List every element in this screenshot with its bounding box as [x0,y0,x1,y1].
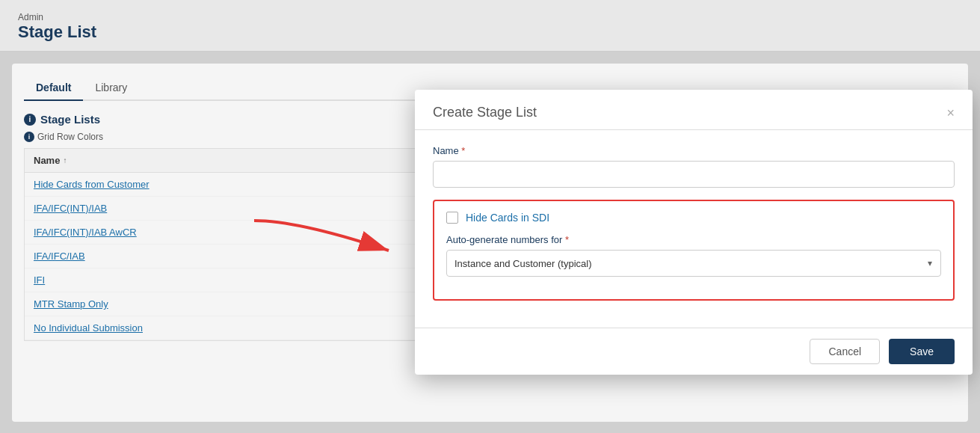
modal-close-button[interactable]: × [946,106,955,120]
grid-colors-info-icon: i [24,132,34,142]
auto-generate-label: Auto-generate numbers for * [446,234,941,245]
modal-title: Create Stage List [433,105,537,120]
save-button[interactable]: Save [889,339,955,364]
modal-body: Name * Hide Cards in SDI Auto-generate n… [415,130,973,328]
auto-generate-select-wrapper: Instance and Customer (typical) Instance… [446,250,941,277]
modal-footer: Cancel Save [415,328,973,375]
highlighted-options-section: Hide Cards in SDI Auto-generate numbers … [433,200,955,301]
auto-generate-select[interactable]: Instance and Customer (typical) Instance… [446,250,941,277]
create-stage-list-modal: Create Stage List × Name * Hide Cards in… [415,90,973,375]
name-label: Name * [433,145,955,156]
name-field-group: Name * [433,145,955,188]
tab-default[interactable]: Default [24,76,83,101]
info-icon[interactable]: i [24,114,36,126]
auto-generate-group: Auto-generate numbers for * Instance and… [446,234,941,277]
admin-breadcrumb: Admin [18,12,962,22]
hide-cards-checkbox[interactable] [446,212,458,224]
hide-cards-label[interactable]: Hide Cards in SDI [466,212,549,224]
hide-cards-row: Hide Cards in SDI [446,212,941,224]
name-input[interactable] [433,161,955,188]
modal-header: Create Stage List × [415,90,973,130]
page-title: Stage List [18,22,962,42]
cancel-button[interactable]: Cancel [810,339,880,364]
tab-library[interactable]: Library [83,76,139,101]
name-required-star: * [461,145,465,156]
sort-icon: ↑ [63,156,67,165]
auto-generate-required-star: * [565,234,569,245]
page-header: Admin Stage List [0,0,980,52]
